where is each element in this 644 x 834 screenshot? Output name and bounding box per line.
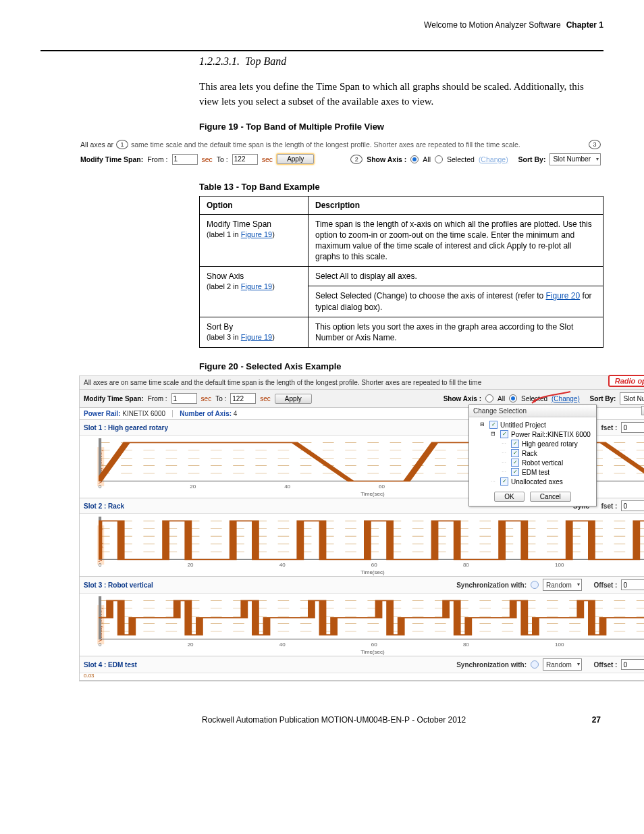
tree-expand-icon[interactable]: ⊟ [480,422,487,428]
radio-all[interactable] [485,394,493,402]
figure-19: All axes ar 1 All axes are on same time … [78,136,603,175]
show-axis-label: Show Axis : [367,155,406,163]
minimize-controls: | ▴ [641,406,644,415]
figure-20-caption: Figure 20 - Selected Axis Example [199,361,603,371]
figure-19-caption: Figure 19 - Top Band of Multiple Profile… [199,122,603,132]
callout-3: 3 [589,140,601,149]
section-number: 1.2.2.3.1. [199,55,240,67]
sync-select[interactable]: Random [543,579,582,591]
header-title: Welcome to Motion Analyzer Software [424,20,561,30]
info-icon [531,581,539,589]
tree-checkbox[interactable]: ✓ [511,459,519,467]
radio-all-label: All [423,155,431,163]
slot-row: Slot 2 : RackSync fset : secVelocity (mm… [80,498,644,577]
section-heading: 1.2.2.3.1. Top Band [199,55,603,68]
table-13-caption: Table 13 - Top Band Example [199,182,603,192]
x-axis-label: Time(sec) [360,492,384,498]
tree-checkbox[interactable]: ✓ [500,430,508,438]
apply-button[interactable]: Apply [275,394,312,404]
from-input[interactable] [172,154,198,165]
radio-option-callout: Radio option [608,375,644,387]
tree-item-label: Untitled Project [500,421,546,429]
slot-title: Slot 4 : EDM test [84,661,137,669]
graph-area: Velocity (mm/...)020406080100120Time(sec… [80,514,644,576]
tree-item[interactable]: ⋯✓Unallocated axes [473,477,592,486]
tree-item-label: EDM test [522,469,549,476]
sort-by-label: Sort By: [590,395,616,402]
x-axis-label: Time(sec) [360,650,384,656]
offset-input[interactable] [621,579,644,590]
to-label: To : [217,155,228,163]
slot-title: Slot 3 : Robot vertical [84,581,153,589]
graph-area: Velocity (mm/...)020406080100120Time(sec… [80,594,644,656]
table-row: Show Axis (label 2 in Figure 19) Select … [200,267,603,286]
ok-button[interactable]: OK [494,492,524,502]
table-13: Option Description Modify Time Span (lab… [199,196,603,348]
offset-input[interactable] [621,659,644,670]
sec-label-2: sec [262,155,273,163]
tree-expand-icon[interactable]: ⊟ [491,432,498,438]
link-figure-19[interactable]: Figure 19 [241,230,272,238]
tree-checkbox[interactable]: ✓ [511,468,519,476]
modify-time-span-label: Modify Time Span: [84,395,144,402]
sort-by-label: Sort By: [518,155,546,163]
section-paragraph: This area lets you define the Time Span … [199,80,603,109]
table-row: Sort By (label 3 in Figure 19) This opti… [200,317,603,347]
from-input[interactable] [171,393,197,404]
tree-item[interactable]: ⊟✓Power Rail::KINETIX 6000 [473,429,592,439]
tree-checkbox[interactable]: ✓ [500,477,508,486]
sync-select[interactable]: Random [543,658,582,671]
x-axis-label: Time(sec) [360,570,384,576]
change-selection-dialog: Change Selection ⊟✓Untitled Project⊟✓Pow… [468,405,597,506]
link-figure-19[interactable]: Figure 19 [241,333,272,341]
header-rule [41,50,603,51]
tree-item-label: Rack [522,450,537,457]
tree-item[interactable]: ⊟✓Untitled Project [473,420,592,429]
page-footer: Rockwell Automation Publication MOTION-U… [41,715,603,725]
page-number: 27 [592,715,601,725]
fig19-topline: All axes ar 1 All axes are on same time … [78,138,603,151]
tree-item[interactable]: ⋯✓High geared rotary [473,439,592,448]
tree-item-label: Unallocated axes [511,478,563,486]
sort-by-select[interactable]: Slot Number [620,392,644,405]
th-option: Option [200,196,308,214]
tree-item[interactable]: ⋯✓Rack [473,448,592,458]
section-title: Top Band [245,55,286,67]
link-figure-20[interactable]: Figure 20 [546,291,581,301]
radio-selected[interactable] [435,155,443,163]
slot-row: Slot 3 : Robot verticalSynchronization w… [80,577,644,656]
callout-1: 1 [116,140,128,149]
to-input[interactable] [232,154,258,165]
tree-checkbox[interactable]: ✓ [489,421,498,429]
slot-row: Slot 4 : EDM testSynchronization with: R… [80,656,644,681]
tree-item-label: Power Rail::KINETIX 6000 [511,431,591,438]
tree-item[interactable]: ⋯✓EDM test [473,467,592,477]
to-input[interactable] [230,393,256,404]
show-axis-label: Show Axis : [444,395,481,402]
tree-checkbox[interactable]: ✓ [511,440,519,448]
sort-by-select[interactable]: Slot Number [549,153,601,165]
offset-input[interactable] [621,422,644,433]
collapse-button[interactable]: | [641,406,644,415]
tree-item-label: Robot vertical [522,459,563,467]
apply-button[interactable]: Apply [277,154,314,164]
publication-info: Rockwell Automation Publication MOTION-U… [202,715,466,725]
slot-title: Slot 1 : High geared rotary [84,424,168,432]
figure-20: Radio option All axes are on same time s… [79,375,644,681]
tree-item[interactable]: ⋯✓Robot vertical [473,458,592,467]
cancel-button[interactable]: Cancel [530,492,571,502]
offset-input[interactable] [621,500,644,511]
page-header: Welcome to Motion Analyzer Software Chap… [41,20,603,30]
radio-selected[interactable] [509,394,517,402]
plot [99,596,644,641]
dialog-title: Change Selection [469,405,596,417]
red-arrow [527,390,574,405]
radio-all[interactable] [410,155,419,163]
sec-label-1: sec [202,155,213,163]
modify-time-span-label: Modify Time Span: [80,155,143,163]
link-figure-19[interactable]: Figure 19 [241,282,272,290]
change-link[interactable]: (Change) [479,155,508,163]
tree-item-label: High geared rotary [522,440,578,448]
radio-selected-label: Selected [447,155,475,163]
tree-checkbox[interactable]: ✓ [511,449,519,457]
